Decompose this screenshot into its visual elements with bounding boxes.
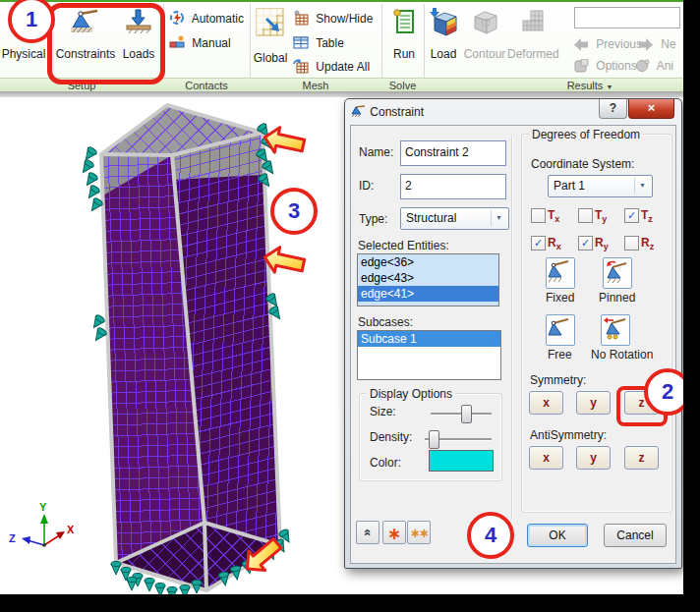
- checkbox-Ry[interactable]: ✓: [578, 236, 593, 250]
- name-input[interactable]: Constraint 2: [400, 140, 506, 166]
- annotation-arrow-top: [262, 125, 307, 158]
- no-rotation-preset-button[interactable]: [601, 314, 630, 346]
- ok-button[interactable]: OK: [527, 524, 588, 547]
- selected-entities-list[interactable]: edge<36> edge<43> edge<41>: [357, 253, 499, 306]
- next-label: Ne: [661, 37, 675, 51]
- no-rotation-label: No Rotation: [591, 348, 653, 362]
- table-label: Table: [316, 36, 344, 50]
- antisymmetry-label: AntiSymmetry:: [530, 428, 607, 442]
- run-button[interactable]: Run: [386, 6, 422, 75]
- list-item[interactable]: edge<36>: [358, 254, 498, 270]
- table-icon: [293, 34, 309, 50]
- type-value: Structural: [406, 211, 456, 225]
- animate-button[interactable]: Ani: [635, 59, 673, 77]
- list-item-selected[interactable]: edge<41>: [358, 286, 498, 302]
- chevron-down-icon: ▼: [634, 178, 650, 194]
- results-dropdown-arrow: ▼: [606, 83, 612, 90]
- density-label: Density:: [370, 430, 412, 444]
- id-input[interactable]: 2: [400, 174, 506, 199]
- results-selector-combo[interactable]: [574, 7, 680, 28]
- fixed-support-icon: [547, 258, 572, 286]
- coordinate-system-value: Part 1: [554, 179, 585, 193]
- highlight-all-button[interactable]: ∗∗: [407, 521, 431, 544]
- previous-result-button[interactable]: Previous: [574, 37, 642, 55]
- mesh-table-button[interactable]: Table: [293, 34, 344, 52]
- list-item[interactable]: edge<43>: [358, 270, 498, 286]
- next-arrow-icon: [639, 38, 654, 51]
- antisymmetry-y-button[interactable]: y: [576, 446, 611, 470]
- checkbox-Tx-label: Tx: [548, 208, 559, 224]
- name-label: Name:: [359, 145, 393, 159]
- automatic-label: Automatic: [192, 12, 244, 26]
- show-hide-label: Show/Hide: [316, 12, 373, 26]
- type-combo[interactable]: Structural ▼: [400, 207, 509, 230]
- checkbox-Ty[interactable]: [578, 208, 593, 223]
- checkbox-Rx-label: Rx: [548, 236, 561, 251]
- highlight-entities-button[interactable]: ∗: [382, 521, 406, 544]
- dialog-close-button[interactable]: ×: [628, 99, 674, 119]
- symmetry-y-button[interactable]: y: [576, 391, 611, 415]
- dialog-title-bar[interactable]: Constraint: [351, 104, 424, 119]
- manual-contacts-button[interactable]: Manual: [169, 34, 231, 52]
- triad-y-label: Y: [39, 501, 47, 513]
- dialog-divider: [511, 136, 513, 519]
- display-options-legend: Display Options: [367, 387, 455, 401]
- run-icon: [391, 8, 417, 40]
- cancel-button[interactable]: Cancel: [604, 524, 667, 547]
- free-preset-button[interactable]: [546, 314, 575, 346]
- fixed-preset-button[interactable]: [546, 257, 575, 289]
- options-label: Options: [596, 59, 636, 73]
- triad-x-label: X: [67, 524, 75, 535]
- load-results-label: Load: [427, 47, 460, 61]
- annotation-step-3: 3: [270, 188, 318, 235]
- antisymmetry-x-button[interactable]: x: [529, 446, 563, 470]
- coordinate-system-combo[interactable]: Part 1 ▼: [548, 175, 653, 197]
- update-all-mesh-button[interactable]: Update All: [293, 58, 370, 76]
- contour-button[interactable]: Contour: [462, 6, 507, 75]
- pinned-label: Pinned: [599, 291, 635, 305]
- show-hide-mesh-button[interactable]: Show/Hide: [293, 10, 373, 28]
- coordinate-system-label: Coordinate System:: [531, 157, 634, 171]
- density-slider-thumb[interactable]: [429, 430, 439, 449]
- mesh-group-label: Mesh: [250, 80, 381, 91]
- checkbox-Rx[interactable]: ✓: [531, 236, 546, 250]
- results-group-label[interactable]: Results ▼: [546, 80, 634, 91]
- color-swatch[interactable]: [429, 450, 494, 472]
- antisymmetry-z-button[interactable]: z: [624, 446, 659, 470]
- annotation-step-4: 4: [467, 512, 514, 559]
- show-hide-mesh-icon: [293, 10, 309, 26]
- global-label: Global: [252, 51, 289, 65]
- collapse-dialog-button[interactable]: «: [356, 521, 379, 544]
- pinned-support-icon: [604, 258, 629, 286]
- size-slider-thumb[interactable]: [461, 405, 472, 423]
- manual-contact-icon: [169, 34, 185, 50]
- checkbox-Tz[interactable]: ✓: [624, 208, 639, 223]
- annotation-step-2: 2: [644, 368, 683, 416]
- result-options-button[interactable]: Options: [574, 59, 637, 77]
- type-label: Type:: [359, 212, 387, 226]
- checkbox-Rz[interactable]: [624, 236, 639, 250]
- symmetry-x-button[interactable]: x: [529, 391, 563, 415]
- global-mesh-button[interactable]: Global: [252, 6, 289, 75]
- automatic-contact-icon: [169, 10, 185, 26]
- symmetry-label: Symmetry:: [530, 373, 586, 387]
- list-item-selected[interactable]: Subcase 1: [358, 331, 500, 347]
- dialog-help-button[interactable]: ?: [599, 99, 627, 119]
- automatic-contacts-button[interactable]: Automatic: [169, 10, 244, 28]
- deformed-button[interactable]: Deformed: [507, 6, 558, 75]
- animate-icon: [635, 59, 650, 73]
- checkbox-Tx[interactable]: [531, 208, 546, 223]
- triad-z-label: Z: [9, 532, 16, 544]
- update-all-label: Update All: [316, 60, 370, 74]
- subcases-list[interactable]: Subcase 1: [357, 330, 501, 380]
- selected-entities-label: Selected Entities:: [358, 239, 449, 252]
- load-results-button[interactable]: Load: [427, 6, 460, 75]
- color-label: Color:: [370, 456, 401, 470]
- next-result-button[interactable]: Ne: [639, 37, 676, 55]
- size-label: Size:: [370, 405, 396, 418]
- contour-icon: [471, 8, 498, 38]
- free-support-icon: [547, 315, 572, 343]
- deformed-icon: [519, 8, 547, 38]
- pinned-preset-button[interactable]: [603, 257, 632, 289]
- fixed-label: Fixed: [546, 291, 574, 305]
